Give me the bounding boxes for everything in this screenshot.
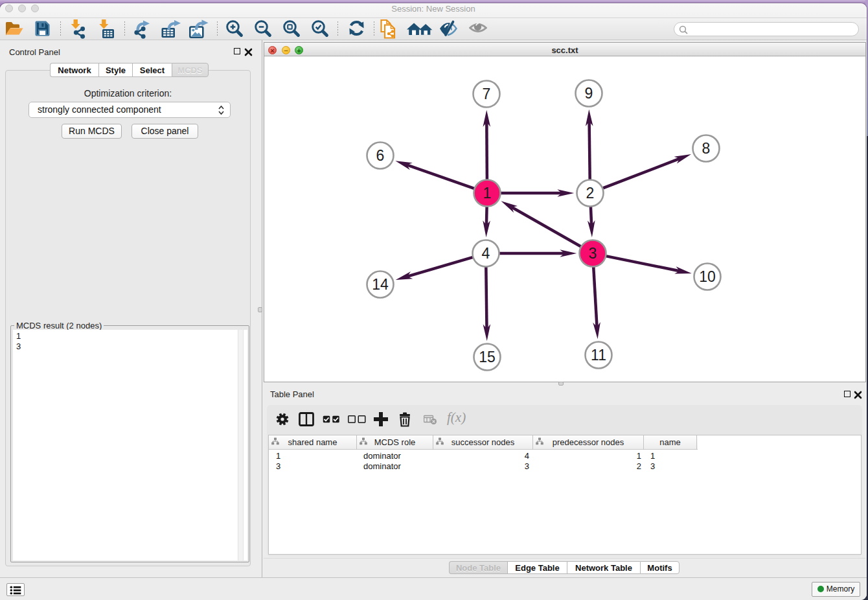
svg-text:6: 6 bbox=[376, 147, 385, 164]
svg-text:14: 14 bbox=[372, 276, 389, 293]
svg-text:4: 4 bbox=[482, 245, 490, 262]
svg-text:11: 11 bbox=[591, 347, 606, 363]
svg-text:3: 3 bbox=[589, 245, 597, 262]
svg-text:7: 7 bbox=[483, 86, 491, 102]
svg-text:9: 9 bbox=[585, 85, 593, 102]
svg-text:1: 1 bbox=[483, 185, 492, 202]
svg-text:2: 2 bbox=[586, 185, 595, 202]
svg-text:15: 15 bbox=[479, 349, 496, 365]
svg-text:10: 10 bbox=[699, 268, 716, 285]
svg-text:8: 8 bbox=[702, 140, 711, 157]
